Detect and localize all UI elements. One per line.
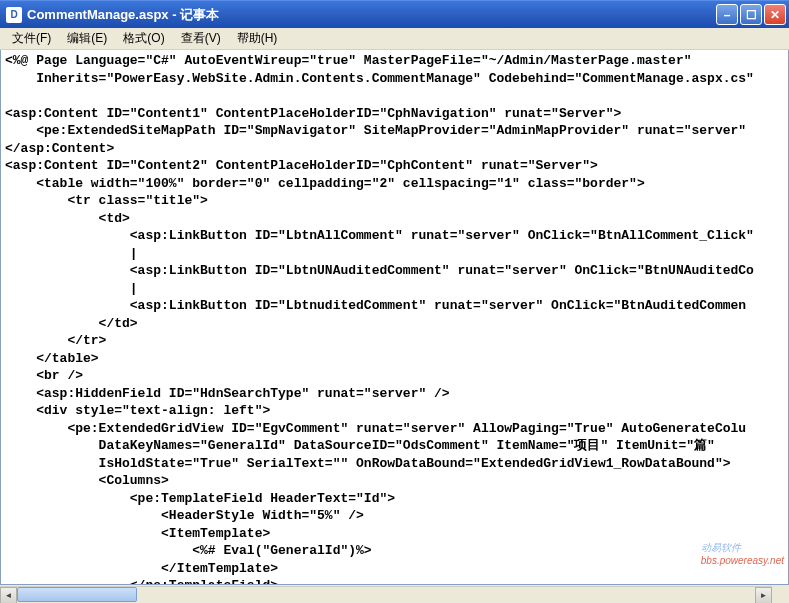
scroll-track-h[interactable] [17,587,755,603]
scrollbar-corner [772,586,789,603]
scroll-right-button[interactable]: ► [755,587,772,603]
title-bar: D CommentManage.aspx - 记事本 – ☐ ✕ [0,0,789,28]
menu-edit[interactable]: 编辑(E) [59,28,115,49]
window-buttons: – ☐ ✕ [716,4,786,25]
menu-format[interactable]: 格式(O) [115,28,172,49]
menu-bar: 文件(F) 编辑(E) 格式(O) 查看(V) 帮助(H) [0,28,789,50]
scroll-thumb-h[interactable] [17,587,137,602]
menu-file[interactable]: 文件(F) [4,28,59,49]
editor-area[interactable]: <%@ Page Language="C#" AutoEventWireup="… [0,50,789,585]
minimize-button[interactable]: – [716,4,738,25]
menu-help[interactable]: 帮助(H) [229,28,286,49]
close-button[interactable]: ✕ [764,4,786,25]
window-title: CommentManage.aspx - 记事本 [27,6,716,24]
maximize-button[interactable]: ☐ [740,4,762,25]
editor-text[interactable]: <%@ Page Language="C#" AutoEventWireup="… [1,50,788,585]
horizontal-scrollbar[interactable]: ◄ ► [0,586,772,603]
menu-view[interactable]: 查看(V) [173,28,229,49]
scroll-left-button[interactable]: ◄ [0,587,17,603]
notepad-icon: D [6,7,22,23]
